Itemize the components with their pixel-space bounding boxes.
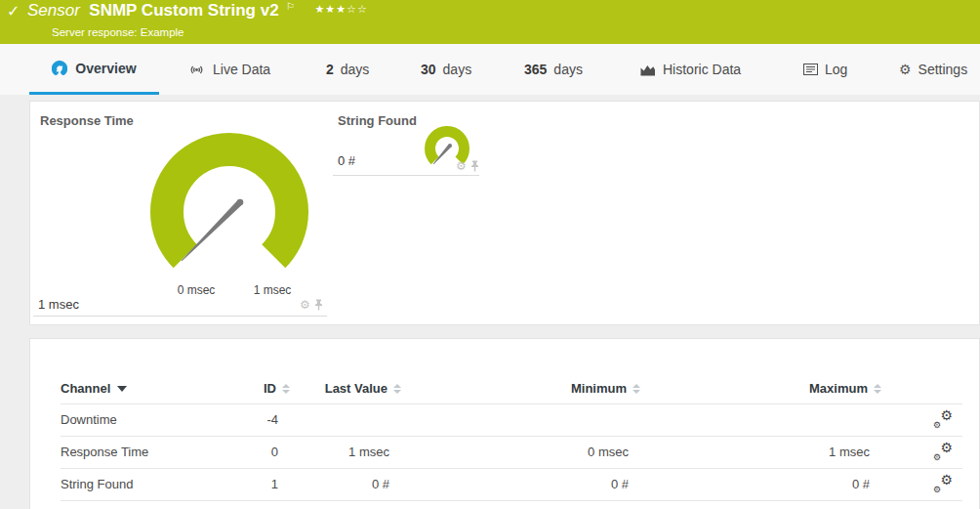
tab-number: 365 <box>524 62 547 77</box>
tab-30-days[interactable]: 30 days <box>421 44 471 95</box>
sort-toggle-icon <box>282 384 290 394</box>
gauge-scale-max: 1 msec <box>243 283 302 297</box>
gauge-title: String Found <box>338 113 417 128</box>
stars-empty: ☆☆ <box>347 3 368 15</box>
column-label: Minimum <box>571 381 627 396</box>
pin-icon[interactable] <box>314 299 323 311</box>
channels-table: Channel ID Last Value Minimum Maximum <box>61 374 962 501</box>
channel-minimum: 0 # <box>401 468 640 500</box>
channel-id: 1 <box>231 468 290 500</box>
tab-number: 30 <box>421 62 436 77</box>
tab-bar: Overview Live Data 2 days 30 days 365 da… <box>0 44 980 95</box>
sensor-status-message: Server response: Example <box>52 26 184 38</box>
sort-desc-icon <box>117 386 127 392</box>
tab-label: Live Data <box>213 62 270 77</box>
column-header-minimum[interactable]: Minimum <box>401 374 640 403</box>
overview-content: Response Time 0 msec 1 msec 1 msec ⚙ Str… <box>0 95 980 509</box>
channel-id: 0 <box>231 436 290 468</box>
pin-icon[interactable] <box>470 160 479 172</box>
column-header-actions <box>881 374 962 403</box>
channel-name[interactable]: Downtime <box>61 403 231 436</box>
channel-settings-icon[interactable]: ⚙⚙ <box>933 442 953 459</box>
gauge-scale-min: 0 msec <box>167 283 225 297</box>
gear-icon: ⚙ <box>899 62 912 77</box>
tab-log[interactable]: Log <box>803 44 847 95</box>
tab-historic-data[interactable]: Historic Data <box>639 44 741 95</box>
sort-toggle-icon <box>393 384 401 394</box>
sort-toggle-icon <box>633 384 640 394</box>
tab-number: 2 <box>326 62 334 77</box>
column-header-maximum[interactable]: Maximum <box>640 374 881 403</box>
channel-settings-icon[interactable]: ⚙⚙ <box>933 409 953 427</box>
area-chart-icon <box>639 64 656 76</box>
channel-last-value: 0 # <box>290 468 401 500</box>
gauge-settings-icon[interactable]: ⚙ <box>456 159 467 173</box>
gauge-current-value: 0 # <box>338 153 355 168</box>
channel-maximum: 0 # <box>640 468 881 500</box>
gauges-panel: Response Time 0 msec 1 msec 1 msec ⚙ Str… <box>29 101 980 325</box>
channel-last-value: 1 msec <box>290 436 401 468</box>
tab-label: Historic Data <box>663 62 741 77</box>
channel-minimum <box>401 403 640 436</box>
table-header-row: Channel ID Last Value Minimum Maximum <box>61 374 962 403</box>
tab-label: Log <box>825 62 847 77</box>
channel-maximum <box>640 403 881 436</box>
channel-id: -4 <box>231 403 290 436</box>
tab-365-days[interactable]: 365 days <box>524 44 583 95</box>
column-label: ID <box>264 381 276 396</box>
tab-live-data[interactable]: Live Data <box>187 44 270 95</box>
tab-label: days <box>553 62 583 77</box>
widget-divider <box>33 316 327 317</box>
channel-name[interactable]: String Found <box>61 468 231 500</box>
table-row: String Found 1 0 # 0 # 0 # ⚙⚙ <box>61 468 962 500</box>
column-header-last-value[interactable]: Last Value <box>290 374 401 403</box>
tab-label: Overview <box>75 61 136 76</box>
sort-toggle-icon <box>874 384 881 394</box>
tab-label: Settings <box>919 62 968 77</box>
tab-label: days <box>443 62 472 77</box>
column-label: Maximum <box>809 381 868 396</box>
log-icon <box>803 64 818 75</box>
tab-2-days[interactable]: 2 days <box>326 44 369 95</box>
column-label: Channel <box>61 381 110 396</box>
gauge-current-value: 1 msec <box>38 297 79 312</box>
column-label: Last Value <box>325 381 388 396</box>
sensor-header: ✓ Sensor SNMP Custom String v2 ⚐ ★★★☆☆ S… <box>0 0 980 44</box>
stars-filled: ★★★ <box>314 3 347 15</box>
channels-panel: Channel ID Last Value Minimum Maximum <box>29 338 980 509</box>
priority-stars[interactable]: ★★★☆☆ <box>314 3 367 15</box>
column-header-id[interactable]: ID <box>231 374 290 403</box>
channel-last-value <box>290 403 401 436</box>
channel-settings-icon[interactable]: ⚙⚙ <box>933 474 953 491</box>
gauge-icon <box>52 61 67 76</box>
gauge-title: Response Time <box>40 113 134 128</box>
gauge-settings-icon[interactable]: ⚙ <box>300 298 310 312</box>
channel-name[interactable]: Response Time <box>61 436 231 468</box>
tab-overview[interactable]: Overview <box>29 44 159 95</box>
channel-minimum: 0 msec <box>401 436 640 468</box>
object-kind-label: Sensor <box>27 1 80 20</box>
flag-icon[interactable]: ⚐ <box>286 1 295 12</box>
live-data-icon <box>187 63 206 77</box>
table-row: Response Time 0 1 msec 0 msec 1 msec ⚙⚙ <box>61 436 962 468</box>
tab-settings[interactable]: ⚙ Settings <box>899 44 967 95</box>
column-header-channel[interactable]: Channel <box>61 374 231 403</box>
tab-label: days <box>341 62 370 77</box>
widget-divider <box>333 175 479 176</box>
status-ok-icon: ✓ <box>7 2 20 21</box>
response-time-gauge <box>146 129 312 290</box>
channel-maximum: 1 msec <box>640 436 881 468</box>
table-row: Downtime -4 ⚙⚙ <box>61 403 962 436</box>
sensor-title: SNMP Custom String v2 <box>89 1 278 20</box>
